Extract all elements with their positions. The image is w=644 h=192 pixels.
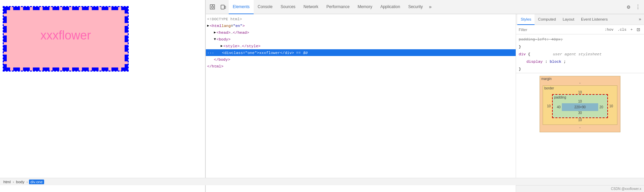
tab-console[interactable]: Console: [254, 0, 277, 14]
svg-rect-4: [225, 6, 226, 8]
styles-tab-more[interactable]: »: [637, 17, 643, 22]
tab-elements[interactable]: Elements: [229, 0, 254, 14]
settings-btn[interactable]: ⚙: [624, 2, 633, 12]
tab-application[interactable]: Application: [376, 0, 404, 14]
tab-security[interactable]: Security: [404, 0, 427, 14]
styles-tab-bar: Styles Computed Layout Event Listeners »: [516, 14, 644, 25]
html-close-tag: </html>: [207, 64, 223, 68]
head-close-tag: </head>: [233, 30, 249, 35]
border-top-row: 10: [546, 90, 614, 94]
border-label: border: [544, 86, 554, 90]
html-lang-val: "en": [233, 24, 243, 28]
div-close-bracket: >: [257, 51, 259, 55]
box-padding: padding 10 40 220×90 2: [552, 94, 608, 118]
tab-layout[interactable]: Layout: [559, 14, 578, 25]
display-value: block: [550, 59, 561, 64]
device-toggle-btn[interactable]: [218, 2, 229, 12]
content-dimensions: 220×90: [574, 105, 586, 109]
body-tag: <body>: [217, 37, 230, 42]
webpage-preview: xxxflower: [0, 0, 205, 192]
box-margin: margin - border 10: [540, 76, 620, 132]
status-text: CSDN @xxxflower.x: [611, 187, 641, 191]
margin-dash-bottom: -: [543, 126, 617, 129]
more-options-btn[interactable]: ⋮: [633, 2, 643, 12]
svg-point-1: [212, 6, 214, 8]
bottom-status: CSDN @xxxflower.x: [516, 185, 644, 192]
new-rule-btn[interactable]: ⊡: [635, 26, 641, 34]
tab-computed[interactable]: Computed: [535, 14, 559, 25]
margin-label: margin: [541, 77, 552, 81]
div-open-tag: <div: [222, 51, 231, 55]
border-right-val: 10: [608, 104, 614, 108]
style-block-1: padding-left: 40px;: [516, 36, 644, 43]
dom-line-body-close[interactable]: </body>: [206, 56, 516, 63]
head-ellipsis: …: [230, 30, 233, 35]
padding-right-val: 20: [598, 105, 605, 109]
style-expand-icon[interactable]: ▶: [221, 44, 223, 48]
tab-network[interactable]: Network: [299, 0, 322, 14]
box-content: 220×90: [562, 103, 598, 111]
style-block-display: display : block ;: [516, 58, 644, 65]
tab-performance[interactable]: Performance: [322, 0, 354, 14]
devtools-panel: Elements Console Sources Network Perform…: [205, 0, 644, 192]
inspector-icon-btn[interactable]: [207, 2, 218, 12]
style-close-tag: </style>: [242, 44, 260, 48]
styles-panel: Styles Computed Layout Event Listeners »…: [516, 14, 644, 192]
padding-label: padding: [554, 95, 566, 99]
display-prop: display: [526, 59, 543, 64]
div-class-val: "one": [245, 51, 257, 55]
html-expand-icon[interactable]: ▶: [207, 24, 209, 28]
div-class-attr: class: [231, 51, 243, 55]
div-selector: div: [519, 52, 528, 56]
dom-panel: <!DOCTYPE html> ▶ <html lang="en" > ▶ <h…: [206, 14, 516, 192]
dom-line-style[interactable]: ▶ <style> … </style>: [206, 43, 516, 49]
dom-eq-marker: == $0: [296, 51, 308, 55]
dom-line-html-close[interactable]: </html>: [206, 63, 516, 70]
head-tag: <head>: [217, 30, 230, 35]
preview-text: xxxflower: [40, 28, 91, 43]
tab-memory[interactable]: Memory: [354, 0, 376, 14]
inspector-icon: [210, 4, 215, 10]
dom-line-head[interactable]: ▶ <head> … </head>: [206, 29, 516, 36]
cls-btn[interactable]: .cls: [616, 27, 627, 32]
body-expand-icon[interactable]: ▼: [214, 37, 216, 41]
border-top-val: 10: [546, 90, 614, 94]
style-brace-close-2: }: [516, 65, 644, 73]
padding-left-val: 40: [555, 105, 562, 109]
add-style-btn[interactable]: +: [629, 27, 634, 32]
html-open-tag: <html: [210, 24, 222, 28]
body-close-tag: </body>: [214, 57, 230, 62]
dom-line-div[interactable]: ··· <div class="one" > xxxflower </div> …: [206, 49, 516, 56]
padding-bottom-val: 30: [555, 111, 605, 115]
head-expand-icon[interactable]: ▶: [214, 30, 216, 34]
dom-line-doctype[interactable]: <!DOCTYPE html>: [206, 16, 516, 22]
device-icon: [221, 4, 226, 10]
html-close-bracket: >: [243, 24, 245, 28]
box-border: border 10 10 padd: [543, 85, 617, 125]
svg-rect-3: [221, 5, 224, 9]
box-model: margin - border 10: [516, 73, 644, 135]
styles-content: padding-left: 40px; } div { user agent s…: [516, 34, 644, 185]
style-tag: <style>: [223, 44, 239, 48]
tab-sources[interactable]: Sources: [277, 0, 299, 14]
hov-btn[interactable]: :hov: [603, 27, 615, 32]
html-lang-attr: lang: [222, 24, 231, 28]
preview-element: xxxflower: [3, 7, 128, 71]
tab-more-btn[interactable]: »: [427, 4, 433, 10]
padding-mid-row: 40 220×90 20: [555, 103, 605, 111]
dom-line-html[interactable]: ▶ <html lang="en" >: [206, 22, 516, 29]
dom-line-dots: ···: [207, 51, 215, 55]
tab-event-listeners[interactable]: Event Listeners: [578, 14, 611, 25]
tab-styles[interactable]: Styles: [517, 14, 535, 25]
div-close-tag: </div>: [280, 51, 294, 55]
padding-left-crossed: padding-left: 40px;: [519, 37, 563, 42]
border-mid-row: 10 padding 10 40 220×90: [546, 94, 614, 118]
breadcrumb: html › body › div.one: [206, 178, 516, 185]
style-ellipsis: …: [239, 44, 242, 48]
style-block-div: div { user agent stylesheet: [516, 51, 644, 58]
box-model-container: margin - border 10: [540, 76, 620, 132]
border-bottom-val: 10: [546, 118, 614, 122]
filter-input[interactable]: [519, 28, 602, 32]
dom-line-body[interactable]: ▼ <body>: [206, 36, 516, 43]
margin-dash-top: -: [543, 81, 617, 85]
